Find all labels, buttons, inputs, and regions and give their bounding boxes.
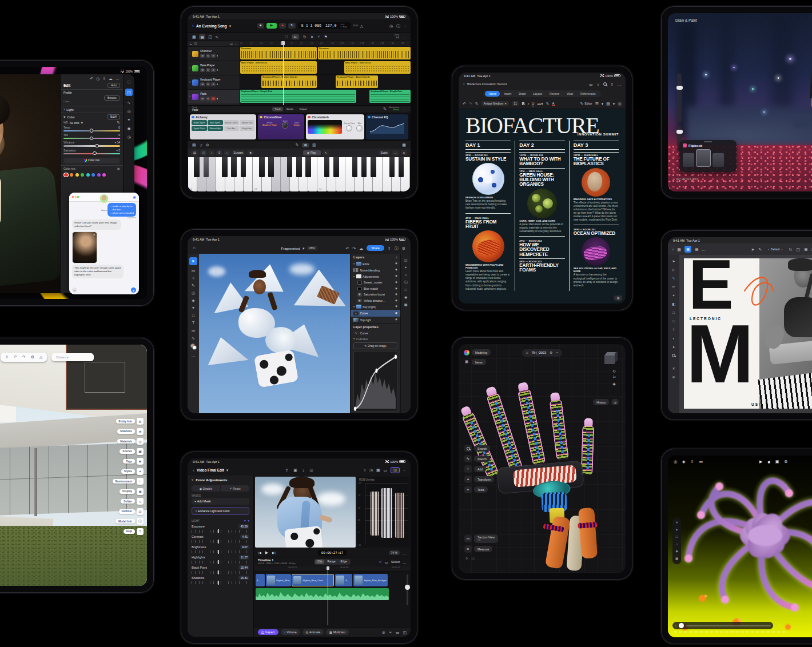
table-icon[interactable]: ▦	[618, 102, 622, 106]
sustain-button[interactable]: Sustain	[232, 150, 246, 155]
progress-knob[interactable]	[679, 623, 684, 628]
clip[interactable]: S...	[256, 574, 265, 586]
magenta-dot[interactable]	[102, 173, 106, 177]
decay-knob[interactable]	[346, 125, 352, 131]
blue-dot[interactable]	[91, 173, 95, 177]
brush-size-slider[interactable]	[677, 73, 682, 122]
record-button[interactable]: ●	[279, 23, 286, 29]
record-icon[interactable]: ◎	[309, 468, 313, 472]
light-section[interactable]: Light	[66, 108, 73, 111]
slider-brightness[interactable]: Brightness9.07	[188, 544, 253, 554]
timeline-zoom-slider[interactable]	[407, 574, 408, 605]
scale-indicator[interactable]: 1x	[613, 376, 616, 379]
lcd-display[interactable]: 5 1 1 086 127,0 4/4C maj	[298, 22, 351, 29]
video-call-icon[interactable]: ▣	[133, 195, 136, 199]
clear-icon[interactable]: ⊘	[206, 143, 209, 147]
keyboard-mode-button[interactable]: ▤	[191, 150, 198, 155]
more-icon[interactable]: …	[116, 77, 120, 81]
max-traffic-dot[interactable]	[77, 196, 79, 198]
clip[interactable]: Skyline_Blue_Backgrou	[353, 574, 388, 586]
split-button[interactable]: ◫	[200, 150, 208, 155]
project-title[interactable]: Video Final Edit	[197, 468, 224, 472]
preview-rail-icon[interactable]: ◉	[404, 295, 407, 299]
undo-icon[interactable]: ↶	[14, 355, 17, 360]
delete-icon[interactable]: ⊘	[670, 374, 678, 380]
ideas-icon[interactable]: ☼	[596, 82, 600, 86]
edit-tool-active[interactable]: ◫	[125, 89, 133, 96]
mute-button[interactable]: M	[200, 54, 205, 58]
keyboard-panel-icon[interactable]: ▤	[192, 143, 196, 147]
send-button[interactable]: ▴	[131, 287, 136, 293]
browser-icon[interactable]: ▦	[192, 35, 196, 39]
settings-icon[interactable]: ⚙	[402, 246, 405, 250]
doc-name[interactable]: Fragmented	[281, 246, 300, 250]
recent-icon[interactable]: ◷	[389, 24, 393, 28]
styles-button[interactable]: Styles	[121, 469, 135, 474]
preset-button[interactable]: Dark Arp	[224, 126, 239, 131]
track-stack-icon[interactable]: ◫	[194, 42, 197, 45]
eyedropper-tool-icon[interactable]: ∿	[192, 336, 195, 340]
scale-button[interactable]: Scale	[379, 150, 391, 155]
edit-icon[interactable]: ✎	[296, 143, 299, 147]
frame-thumb[interactable]	[713, 153, 724, 167]
font-picker[interactable]: Antipol Medium▾	[481, 101, 509, 106]
tab-clip[interactable]: Clip	[315, 560, 324, 564]
tags-button[interactable]: Tags	[123, 459, 135, 464]
green-dot[interactable]	[81, 173, 84, 177]
cycle-button[interactable]: ↻	[288, 23, 296, 29]
preset-button[interactable]: Epic Synth	[208, 120, 223, 125]
trim-tool-active[interactable]: ✂	[292, 34, 299, 39]
volume-button[interactable]: ♪Volume	[281, 629, 300, 635]
plugin-chromaglow[interactable]: ChromaGlow ModelModern Tube Drive StyleC…	[258, 114, 304, 139]
doc-settings-icon[interactable]: ⚙	[550, 351, 552, 354]
model-value[interactable]: Modern Tube	[262, 124, 277, 127]
color-swatches[interactable]	[190, 344, 197, 350]
lasso-tool-icon[interactable]: ○	[192, 276, 194, 280]
transform-tool[interactable]: Transform	[474, 476, 494, 482]
brush-tool-icon[interactable]: ✎	[192, 283, 195, 287]
soften-button[interactable]: Soften	[121, 499, 135, 504]
text-tool-icon[interactable]: T	[670, 326, 678, 333]
tab-home[interactable]: Home	[485, 91, 500, 97]
gallery-icon[interactable]: ▦	[677, 247, 681, 251]
teal-dot[interactable]	[86, 173, 90, 177]
time-ruler[interactable]: 00:00:15 00:00:30 00:00:45	[254, 566, 411, 572]
cancel-icon[interactable]: ✕	[670, 365, 678, 372]
model-info-button[interactable]: Model Info	[116, 519, 135, 524]
slider-knob[interactable]	[676, 86, 683, 90]
viewer-options-icon[interactable]: …	[403, 551, 407, 555]
transform-tool-icon[interactable]: ▭	[192, 269, 196, 273]
snap-value[interactable]: 1/4	[395, 37, 399, 39]
layer-row[interactable]: ◧Yellow desaturation◉	[351, 298, 400, 304]
select-button[interactable]: Select	[391, 560, 400, 564]
flower-render[interactable]	[668, 456, 812, 637]
orbit-tool-icon[interactable]: ○	[676, 543, 678, 546]
drag-handle[interactable]: ≡	[401, 150, 407, 155]
wb-value[interactable]: As shot	[70, 121, 79, 125]
bar-ruler[interactable]: 1234567891011121314151617	[240, 41, 411, 46]
node-tool-icon[interactable]: ▷	[670, 266, 678, 273]
lock-button[interactable]: ◈	[247, 150, 254, 155]
settings-active[interactable]: ⚙	[302, 143, 308, 147]
history-rail-icon[interactable]: ◷	[127, 135, 130, 139]
shape-tool-icon[interactable]: ▭	[192, 329, 196, 333]
editor-view-active[interactable]: ▤	[199, 34, 206, 39]
underline-button[interactable]: U	[532, 102, 535, 106]
tab-track[interactable]: Track	[272, 107, 283, 111]
gradient-tool-icon[interactable]: ✦	[192, 306, 195, 310]
document-page[interactable]: BIOFACTURE INNOVATION SUMMIT DAY 1 2PM —…	[459, 109, 626, 303]
disable-clip-icon[interactable]: ○	[364, 468, 366, 472]
play-icon[interactable]: ▶	[759, 460, 762, 464]
color-mix-button[interactable]: Color mix	[64, 158, 120, 163]
record-enable-button[interactable]: R	[211, 54, 216, 58]
rotate-tool-icon[interactable]: ↻	[303, 35, 307, 39]
modeling-switch[interactable]: Modeling	[464, 349, 491, 356]
region-keys-2[interactable]: Keyboard Player - Block Chords	[336, 75, 379, 88]
measure-button[interactable]: Measure	[474, 546, 492, 552]
cloud-icon[interactable]: ☁	[359, 246, 363, 250]
play-surface-button[interactable]: ▶ Play	[303, 150, 321, 156]
preset-button[interactable]: Minimal Arp	[208, 126, 223, 131]
stop-icon[interactable]: ■	[767, 460, 770, 464]
slider-tint[interactable]: Tint0	[61, 133, 123, 141]
browse-button[interactable]: Browse	[104, 95, 120, 101]
